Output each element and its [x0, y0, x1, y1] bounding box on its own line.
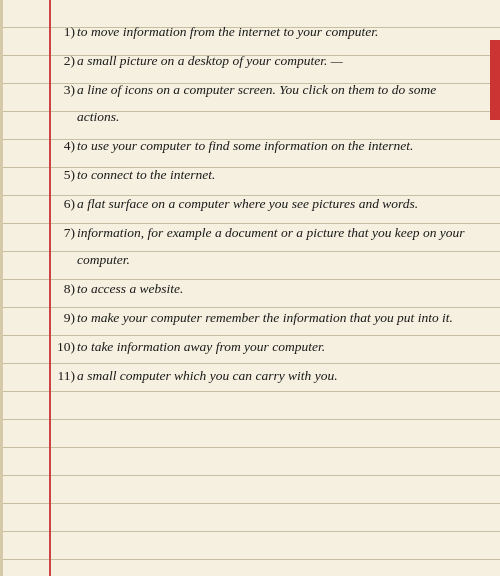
list-text: to access a website. [77, 275, 480, 302]
list-item: 4)to use your computer to find some info… [55, 132, 480, 159]
list-text: to make your computer remember the infor… [77, 304, 480, 331]
list-item: 8)to access a website. [55, 275, 480, 302]
list-number: 9) [55, 304, 77, 331]
list-item: 5)to connect to the internet. [55, 161, 480, 188]
list-text: to use your computer to find some inform… [77, 132, 480, 159]
list-text: a small computer which you can carry wit… [77, 362, 480, 389]
list-item: 7)information, for example a document or… [55, 219, 480, 273]
page: 1)to move information from the internet … [0, 0, 500, 576]
list-number: 2) [55, 47, 77, 74]
list-item: 6)a flat surface on a computer where you… [55, 190, 480, 217]
list-number: 4) [55, 132, 77, 159]
list-number: 11) [55, 362, 77, 389]
content: 1)to move information from the internet … [55, 18, 480, 389]
list-item: 2)a small picture on a desktop of your c… [55, 47, 480, 74]
list-text: a line of icons on a computer screen. Yo… [77, 76, 480, 130]
list-text: to move information from the internet to… [77, 18, 480, 45]
list-number: 8) [55, 275, 77, 302]
list-number: 5) [55, 161, 77, 188]
list-number: 3) [55, 76, 77, 103]
list-text: a flat surface on a computer where you s… [77, 190, 480, 217]
list-number: 7) [55, 219, 77, 246]
list-number: 10) [55, 333, 77, 360]
list-text: to connect to the internet. [77, 161, 480, 188]
list-item: 1)to move information from the internet … [55, 18, 480, 45]
list-item: 9)to make your computer remember the inf… [55, 304, 480, 331]
list-number: 1) [55, 18, 77, 45]
list-text: to take information away from your compu… [77, 333, 480, 360]
list-item: 11)a small computer which you can carry … [55, 362, 480, 389]
list-item: 3)a line of icons on a computer screen. … [55, 76, 480, 130]
list-item: 10)to take information away from your co… [55, 333, 480, 360]
margin-line [49, 0, 51, 576]
list-number: 6) [55, 190, 77, 217]
red-tab [490, 40, 500, 120]
list-text: a small picture on a desktop of your com… [77, 47, 480, 74]
list-text: information, for example a document or a… [77, 219, 480, 273]
